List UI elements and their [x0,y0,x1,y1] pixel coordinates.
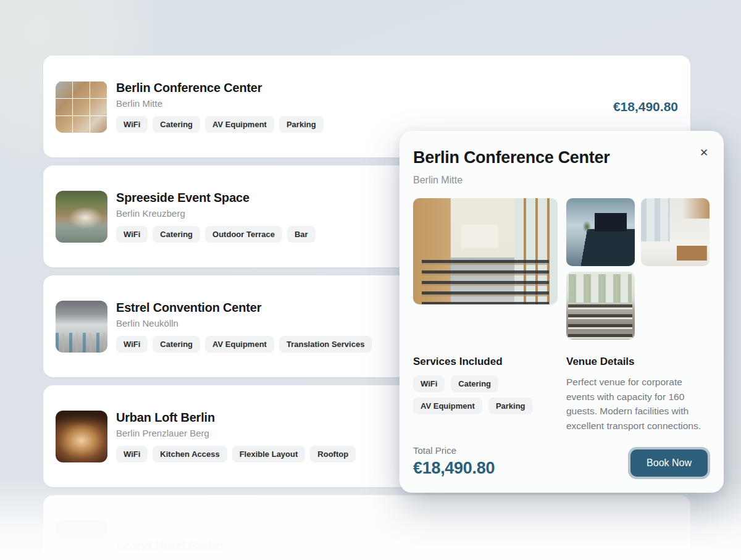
close-icon[interactable]: ✕ [695,144,713,162]
venue-card-grand-hotel-berlin[interactable]: Grand Hotel Berlin [43,495,690,560]
modal-sections: Services Included WiFi Catering AV Equip… [413,356,710,433]
venue-info: Grand Hotel Berlin [116,539,678,553]
venue-tag: Parking [279,116,324,133]
venue-thumbnail [56,81,107,133]
venue-tag: WiFi [116,336,148,353]
venue-name: Grand Hotel Berlin [116,539,678,553]
service-tag: AV Equipment [413,398,482,414]
service-tags: WiFi Catering AV Equipment Parking [413,375,558,414]
services-heading: Services Included [413,356,558,368]
service-tag: Catering [451,375,498,392]
photo-gallery [413,198,710,340]
venue-tags: WiFi Catering AV Equipment Parking [116,116,606,133]
venue-location: Berlin Mitte [116,98,606,109]
gallery-photo-lobby[interactable] [641,198,710,266]
venue-name: Berlin Conference Center [116,81,606,95]
venue-tag: WiFi [116,446,148,462]
venue-tag: Bar [287,226,316,243]
venue-tag: WiFi [116,116,148,133]
service-tag: Parking [488,398,533,414]
venue-tag: Flexible Layout [232,446,306,462]
details-section: Venue Details Perfect venue for corporat… [566,356,710,433]
modal-title: Berlin Conference Center [413,148,710,167]
venue-tag: Outdoor Terrace [205,226,282,243]
gallery-side-grid [566,198,710,340]
venue-info: Berlin Conference Center Berlin Mitte Wi… [116,81,606,133]
total-price-label: Total Price [413,445,495,456]
total-price-block: Total Price €18,490.80 [413,445,495,478]
venue-price: €18,490.80 [613,99,678,114]
venue-tag: Catering [153,226,200,243]
venue-thumbnail [56,191,107,243]
modal-location: Berlin Mitte [413,175,710,186]
details-heading: Venue Details [566,356,710,368]
venue-tag: Catering [153,116,200,133]
venue-thumbnail [56,411,107,462]
venue-tag: AV Equipment [205,116,274,133]
venue-tag: Rooftop [310,446,356,462]
venue-tag: Translation Services [279,336,372,353]
gallery-photo-main-hall[interactable] [413,198,558,304]
gallery-photo-restaurant[interactable] [566,272,635,340]
modal-footer: Total Price €18,490.80 Book Now [413,445,710,478]
gallery-photo-meeting-room[interactable] [566,198,635,266]
venue-tag: WiFi [116,226,148,243]
book-now-button[interactable]: Book Now [630,449,708,477]
venue-thumbnail [56,301,107,353]
venue-tag: Kitchen Access [153,446,227,462]
venue-thumbnail [56,520,107,560]
venue-tag: Catering [153,336,200,353]
service-tag: WiFi [413,375,445,392]
total-price-value: €18,490.80 [413,459,495,478]
venue-tag: AV Equipment [205,336,274,353]
services-section: Services Included WiFi Catering AV Equip… [413,356,558,433]
venue-detail-modal: ✕ Berlin Conference Center Berlin Mitte … [400,131,724,493]
details-text: Perfect venue for corporate events with … [566,375,710,433]
